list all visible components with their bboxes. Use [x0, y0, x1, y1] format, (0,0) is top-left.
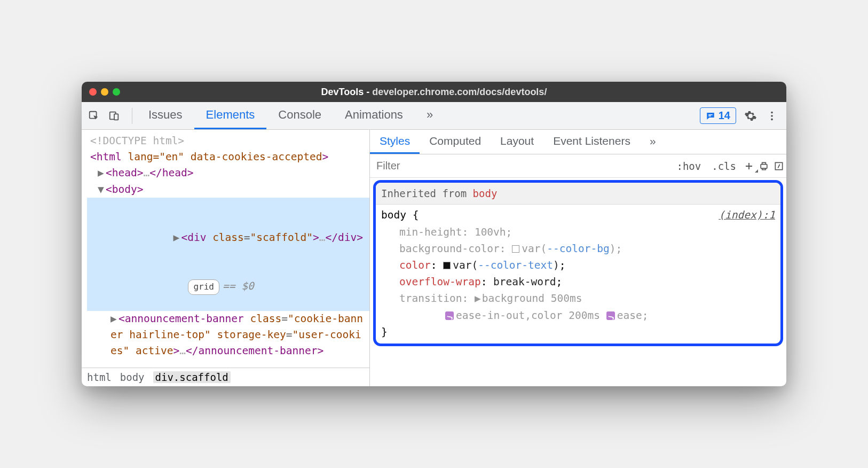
styles-filter-input[interactable] [370, 160, 671, 172]
decl-color[interactable]: color: var(--color-text); [381, 257, 775, 274]
rule-source-link[interactable]: (index):1 [719, 207, 775, 223]
inspect-element-icon[interactable] [87, 109, 101, 123]
svg-point-7 [771, 118, 773, 120]
dom-tree[interactable]: <!DOCTYPE html> <html lang="en" data-coo… [82, 130, 369, 368]
svg-rect-2 [114, 114, 118, 120]
inherited-from-selector[interactable]: body [473, 188, 498, 199]
kebab-menu-icon[interactable] [765, 109, 779, 123]
title-url: developer.chrome.com/docs/devtools/ [372, 87, 547, 97]
dom-head[interactable]: ▶<head>…</head> [87, 165, 369, 181]
bezier-swatch-icon[interactable] [445, 311, 454, 320]
elements-pane: <!DOCTYPE html> <html lang="en" data-coo… [82, 130, 370, 386]
styles-tabs: Styles Computed Layout Event Listeners » [370, 130, 786, 154]
message-icon [706, 111, 715, 121]
svg-point-6 [771, 115, 773, 117]
decl-transition[interactable]: transition: ▶background 500ms [381, 290, 775, 307]
stab-more[interactable]: » [640, 130, 666, 154]
content-panes: <!DOCTYPE html> <html lang="en" data-coo… [82, 130, 786, 386]
inherited-block-highlight: Inherited from body body { (index):1 min… [373, 180, 783, 346]
inherited-label: Inherited from [381, 188, 473, 199]
cls-toggle[interactable]: .cls [706, 160, 741, 172]
tab-more[interactable]: » [415, 102, 445, 129]
styles-filter-row: :hov .cls [370, 154, 786, 178]
decl-overflow-wrap[interactable]: overflow-wrap: break-word; [381, 274, 775, 290]
stab-computed[interactable]: Computed [420, 130, 491, 154]
hov-toggle[interactable]: :hov [671, 160, 706, 172]
stab-eventlisteners[interactable]: Event Listeners [543, 130, 640, 154]
print-media-icon[interactable] [756, 161, 771, 171]
settings-icon[interactable] [744, 109, 757, 123]
tab-issues[interactable]: Issues [137, 102, 194, 129]
svg-rect-8 [761, 164, 767, 168]
tab-elements[interactable]: Elements [194, 102, 267, 129]
styles-body: Inherited from body body { (index):1 min… [370, 178, 786, 386]
close-window-button[interactable] [89, 88, 97, 96]
new-rule-icon[interactable] [741, 161, 756, 171]
dom-html-open[interactable]: <html lang="en" data-cookies-accepted> [87, 149, 369, 165]
decl-min-height[interactable]: min-height: 100vh; [381, 224, 775, 240]
titlebar: DevTools - developer.chrome.com/docs/dev… [82, 82, 786, 102]
crumb-body[interactable]: body [120, 371, 145, 383]
traffic-lights [89, 88, 120, 96]
device-toggle-icon[interactable] [107, 109, 121, 123]
tab-animations[interactable]: Animations [333, 102, 415, 129]
main-toolbar: Issues Elements Console Animations » 14 [82, 102, 786, 130]
title-prefix: DevTools - [321, 87, 373, 97]
bezier-swatch-icon[interactable] [606, 311, 615, 320]
selected-marker: == $0 [223, 280, 254, 292]
css-rule-body[interactable]: body { (index):1 min-height: 100vh; back… [376, 205, 780, 344]
inherited-header: Inherited from body [376, 183, 780, 205]
maximize-window-button[interactable] [113, 88, 120, 96]
dom-doctype[interactable]: <!DOCTYPE html> [87, 133, 369, 149]
issues-count: 14 [719, 110, 730, 122]
minimize-window-button[interactable] [101, 88, 108, 96]
devtools-window: DevTools - developer.chrome.com/docs/dev… [82, 82, 786, 386]
svg-rect-4 [708, 115, 711, 116]
dom-body[interactable]: ▼<body> [87, 182, 369, 198]
grid-badge[interactable]: grid [188, 279, 219, 295]
stab-layout[interactable]: Layout [491, 130, 543, 154]
breadcrumbs: html body div.scaffold [82, 368, 369, 386]
crumb-scaffold[interactable]: div.scaffold [153, 371, 231, 383]
svg-point-5 [771, 111, 773, 113]
decl-transition-cont[interactable]: ease-in-out,color 200ms ease; [381, 307, 775, 324]
separator [132, 108, 132, 124]
decl-background-color[interactable]: background-color: var(--color-bg); [381, 240, 775, 257]
svg-rect-3 [708, 114, 713, 115]
issues-badge[interactable]: 14 [700, 107, 736, 124]
computed-toggle-icon[interactable] [771, 161, 786, 171]
tab-console[interactable]: Console [266, 102, 333, 129]
main-tabs: Issues Elements Console Animations » [137, 102, 445, 129]
window-title: DevTools - developer.chrome.com/docs/dev… [82, 87, 786, 98]
dom-scaffold-line[interactable]: ⋯ ▶<div class="scaffold">…</div> [87, 198, 369, 262]
expand-shorthand-icon[interactable]: ▶ [475, 292, 481, 305]
stab-styles[interactable]: Styles [370, 130, 420, 154]
color-swatch-bg[interactable] [512, 245, 519, 253]
styles-pane: Styles Computed Layout Event Listeners »… [370, 130, 786, 386]
rule-selector[interactable]: body [381, 209, 406, 221]
dom-announcement-banner[interactable]: ▶<announcement-banner class="cookie-bann… [87, 311, 369, 360]
dom-scaffold-badge-line[interactable]: grid== $0 [87, 262, 369, 311]
crumb-html[interactable]: html [87, 371, 112, 383]
color-swatch-text[interactable] [443, 262, 451, 269]
